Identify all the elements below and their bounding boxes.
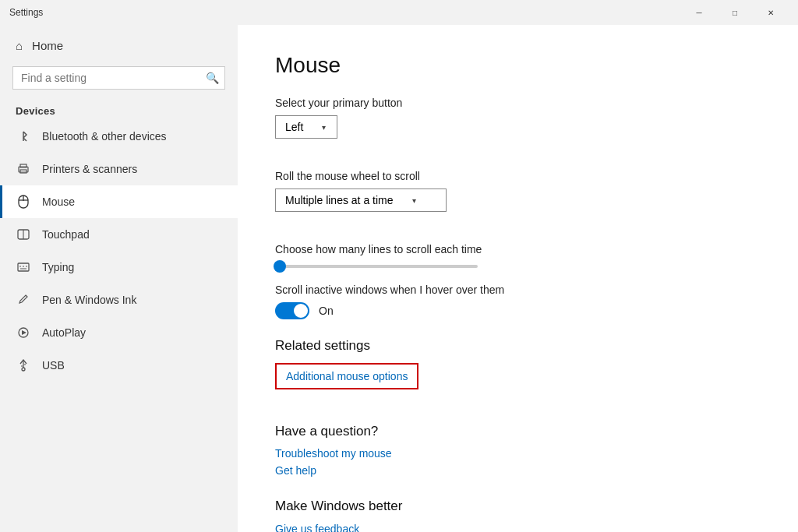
sidebar-item-touchpad[interactable]: Touchpad	[0, 218, 238, 251]
svg-rect-8	[18, 263, 29, 271]
touchpad-icon	[16, 227, 31, 242]
scroll-wheel-label: Roll the mouse wheel to scroll	[275, 170, 761, 182]
bluetooth-label: Bluetooth & other devices	[42, 130, 167, 143]
svg-marker-14	[22, 330, 26, 335]
usb-icon	[16, 358, 31, 373]
home-icon: ⌂	[16, 39, 23, 52]
sidebar-item-pen[interactable]: Pen & Windows Ink	[0, 284, 238, 316]
home-label: Home	[32, 39, 63, 52]
scroll-wheel-section: Roll the mouse wheel to scroll Multiple …	[275, 170, 761, 227]
scroll-wheel-value: Multiple lines at a time	[285, 194, 394, 206]
printers-label: Printers & scanners	[42, 163, 137, 175]
sidebar-item-printers[interactable]: Printers & scanners	[0, 153, 238, 185]
scroll-inactive-section: Scroll inactive windows when I hover ove…	[275, 284, 761, 319]
primary-button-label: Select your primary button	[275, 97, 761, 109]
app-title: Settings	[9, 7, 681, 18]
minimize-button[interactable]: ─	[681, 0, 717, 25]
primary-button-section: Select your primary button Left ▾	[275, 97, 761, 154]
search-input[interactable]	[12, 66, 225, 90]
make-windows-better-section: Make Windows better Give us feedback	[275, 499, 761, 532]
scroll-wheel-dropdown[interactable]: Multiple lines at a time ▾	[275, 188, 447, 212]
toggle-on-label: On	[319, 305, 334, 317]
typing-label: Typing	[42, 261, 74, 273]
touchpad-label: Touchpad	[42, 228, 90, 241]
dropdown-arrow2-icon: ▾	[412, 196, 416, 205]
sidebar-item-usb[interactable]: USB	[0, 349, 238, 382]
bluetooth-icon	[16, 129, 31, 144]
app-body: ⌂ Home 🔍 Devices Bluetooth & other devic…	[0, 25, 798, 532]
search-container: 🔍	[12, 66, 225, 90]
related-settings-section: Related settings Additional mouse option…	[275, 338, 761, 408]
mouse-icon	[16, 194, 31, 210]
section-title: Devices	[0, 99, 238, 120]
question-links: Troubleshoot my mouse Get help	[275, 447, 761, 477]
title-bar: Settings ─ □ ✕	[0, 0, 798, 25]
usb-label: USB	[42, 359, 65, 372]
sidebar-item-mouse[interactable]: Mouse	[0, 185, 238, 218]
pen-label: Pen & Windows Ink	[42, 294, 136, 306]
window-controls: ─ □ ✕	[681, 0, 789, 25]
sidebar-item-home[interactable]: ⌂ Home	[0, 31, 238, 60]
scroll-slider-track	[275, 265, 478, 268]
mouse-label: Mouse	[42, 196, 75, 208]
dropdown-arrow-icon: ▾	[322, 123, 326, 132]
sidebar: ⌂ Home 🔍 Devices Bluetooth & other devic…	[0, 25, 238, 532]
primary-button-dropdown[interactable]: Left ▾	[275, 115, 337, 139]
pen-icon	[16, 292, 31, 308]
sidebar-item-autoplay[interactable]: AutoPlay	[0, 316, 238, 349]
main-content: Mouse Select your primary button Left ▾ …	[238, 25, 798, 532]
autoplay-icon	[16, 325, 31, 340]
troubleshoot-link[interactable]: Troubleshoot my mouse	[275, 447, 761, 460]
scroll-slider-thumb[interactable]	[274, 260, 286, 273]
page-title: Mouse	[275, 53, 761, 78]
close-button[interactable]: ✕	[753, 0, 789, 25]
toggle-row: On	[275, 302, 761, 319]
additional-mouse-options-link[interactable]: Additional mouse options	[286, 370, 408, 382]
related-settings-title: Related settings	[275, 338, 761, 354]
have-a-question-title: Have a question?	[275, 424, 761, 439]
maximize-button[interactable]: □	[717, 0, 753, 25]
additional-mouse-options-box: Additional mouse options	[275, 363, 418, 389]
scroll-lines-label: Choose how many lines to scroll each tim…	[275, 243, 761, 255]
autoplay-label: AutoPlay	[42, 326, 86, 339]
scroll-inactive-toggle[interactable]	[275, 302, 309, 319]
scroll-lines-section: Choose how many lines to scroll each tim…	[275, 243, 761, 268]
primary-button-value: Left	[285, 121, 303, 133]
make-windows-better-title: Make Windows better	[275, 499, 761, 514]
typing-icon	[16, 259, 31, 275]
get-help-link[interactable]: Get help	[275, 464, 761, 477]
have-a-question-section: Have a question? Troubleshoot my mouse G…	[275, 424, 761, 477]
sidebar-item-typing[interactable]: Typing	[0, 251, 238, 284]
scroll-inactive-label: Scroll inactive windows when I hover ove…	[275, 284, 761, 296]
sidebar-item-bluetooth[interactable]: Bluetooth & other devices	[0, 120, 238, 153]
svg-point-18	[22, 368, 25, 371]
feedback-link[interactable]: Give us feedback	[275, 523, 359, 532]
search-icon: 🔍	[206, 72, 219, 84]
printer-icon	[16, 161, 31, 177]
